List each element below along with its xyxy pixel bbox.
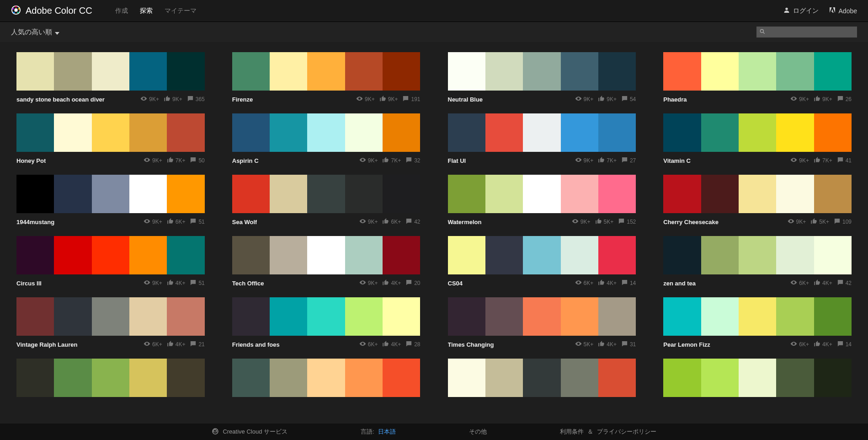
theme-card[interactable]: Circus III9K+4K+51	[16, 236, 205, 287]
color-swatch[interactable]	[54, 297, 91, 336]
comments-stat[interactable]: 27	[621, 156, 636, 165]
color-swatch[interactable]	[485, 113, 523, 152]
color-swatch[interactable]	[270, 359, 307, 397]
color-swatch[interactable]	[129, 113, 167, 152]
color-swatch[interactable]	[232, 297, 270, 336]
color-swatch[interactable]	[814, 297, 852, 336]
color-swatch[interactable]	[598, 297, 636, 336]
color-swatch[interactable]	[383, 52, 420, 91]
theme-card[interactable]: Aspirin C9K+7K+32	[232, 113, 421, 165]
likes-stat[interactable]: 7K+	[598, 156, 617, 165]
color-swatch[interactable]	[448, 359, 485, 397]
likes-stat[interactable]: 9K+	[164, 95, 182, 103]
comments-stat[interactable]: 51	[190, 218, 204, 226]
color-swatch[interactable]	[16, 52, 54, 91]
color-swatch[interactable]	[129, 359, 167, 397]
theme-card[interactable]: Pear Lemon Fizz6K+4K+14	[663, 297, 852, 349]
color-swatch[interactable]	[270, 113, 307, 152]
likes-stat[interactable]: 4K+	[598, 279, 617, 287]
color-swatch[interactable]	[776, 359, 814, 397]
comments-stat[interactable]: 14	[621, 279, 636, 287]
comments-stat[interactable]: 109	[834, 218, 852, 226]
color-swatch[interactable]	[167, 52, 204, 91]
color-swatch[interactable]	[307, 359, 345, 397]
color-swatch[interactable]	[561, 297, 598, 336]
color-swatch[interactable]	[485, 297, 523, 336]
color-swatch[interactable]	[739, 297, 776, 336]
comments-stat[interactable]: 28	[405, 340, 420, 349]
theme-card[interactable]: Vitamin C9K+7K+41	[663, 113, 852, 165]
color-swatch[interactable]	[16, 297, 54, 336]
color-swatch[interactable]	[523, 175, 560, 213]
color-swatch[interactable]	[598, 175, 636, 213]
color-swatch[interactable]	[663, 52, 701, 91]
color-swatch[interactable]	[523, 297, 560, 336]
color-swatch[interactable]	[383, 359, 420, 397]
theme-card[interactable]: Tech Office9K+4K+20	[232, 236, 421, 287]
color-swatch[interactable]	[307, 113, 345, 152]
color-swatch[interactable]	[739, 236, 776, 274]
color-swatch[interactable]	[345, 113, 383, 152]
likes-stat[interactable]: 6K+	[167, 218, 186, 226]
color-swatch[interactable]	[663, 297, 701, 336]
color-swatch[interactable]	[701, 297, 739, 336]
color-swatch[interactable]	[701, 359, 739, 397]
likes-stat[interactable]: 7K+	[814, 156, 832, 165]
comments-stat[interactable]: 191	[402, 95, 420, 103]
color-swatch[interactable]	[701, 52, 739, 91]
nav-explore[interactable]: 探索	[140, 7, 153, 15]
sort-dropdown[interactable]: 人気の高い順	[11, 28, 59, 37]
theme-card[interactable]: Times Changing5K+4K+31	[448, 297, 636, 349]
color-swatch[interactable]	[16, 113, 54, 152]
color-swatch[interactable]	[561, 52, 598, 91]
color-swatch[interactable]	[598, 52, 636, 91]
color-swatch[interactable]	[270, 175, 307, 213]
color-swatch[interactable]	[167, 113, 204, 152]
color-swatch[interactable]	[270, 236, 307, 274]
color-swatch[interactable]	[16, 359, 54, 397]
theme-card[interactable]	[448, 359, 636, 397]
adobe-link[interactable]: Adobe	[829, 6, 857, 15]
color-swatch[interactable]	[383, 297, 420, 336]
color-swatch[interactable]	[167, 359, 204, 397]
color-swatch[interactable]	[92, 52, 129, 91]
color-swatch[interactable]	[232, 113, 270, 152]
color-swatch[interactable]	[54, 113, 91, 152]
color-swatch[interactable]	[92, 113, 129, 152]
color-swatch[interactable]	[776, 52, 814, 91]
likes-stat[interactable]: 4K+	[814, 340, 832, 349]
theme-card[interactable]: Honey Pot9K+7K+50	[16, 113, 205, 165]
color-swatch[interactable]	[598, 359, 636, 397]
likes-stat[interactable]: 4K+	[382, 340, 401, 349]
color-swatch[interactable]	[776, 236, 814, 274]
color-swatch[interactable]	[345, 52, 383, 91]
color-swatch[interactable]	[598, 113, 636, 152]
color-swatch[interactable]	[448, 113, 485, 152]
color-swatch[interactable]	[485, 236, 523, 274]
color-swatch[interactable]	[92, 297, 129, 336]
likes-stat[interactable]: 5K+	[595, 218, 614, 226]
color-swatch[interactable]	[54, 359, 91, 397]
comments-stat[interactable]: 365	[187, 95, 205, 103]
theme-card[interactable]: Phaedra9K+9K+26	[663, 52, 852, 103]
theme-card[interactable]: Friends and foes6K+4K+28	[232, 297, 421, 349]
color-swatch[interactable]	[307, 52, 345, 91]
color-swatch[interactable]	[16, 236, 54, 274]
color-swatch[interactable]	[776, 175, 814, 213]
comments-stat[interactable]: 26	[837, 95, 852, 103]
nav-create[interactable]: 作成	[115, 7, 128, 15]
theme-card[interactable]: Neutral Blue9K+9K+54	[448, 52, 636, 103]
color-swatch[interactable]	[523, 113, 560, 152]
theme-card[interactable]: Sea Wolf9K+6K+42	[232, 175, 421, 226]
color-swatch[interactable]	[232, 359, 270, 397]
color-swatch[interactable]	[523, 236, 560, 274]
color-swatch[interactable]	[92, 175, 129, 213]
color-swatch[interactable]	[814, 175, 852, 213]
color-swatch[interactable]	[739, 359, 776, 397]
color-swatch[interactable]	[739, 175, 776, 213]
color-swatch[interactable]	[485, 359, 523, 397]
likes-stat[interactable]: 6K+	[382, 218, 401, 226]
color-swatch[interactable]	[739, 52, 776, 91]
likes-stat[interactable]: 4K+	[814, 279, 832, 287]
color-swatch[interactable]	[448, 175, 485, 213]
